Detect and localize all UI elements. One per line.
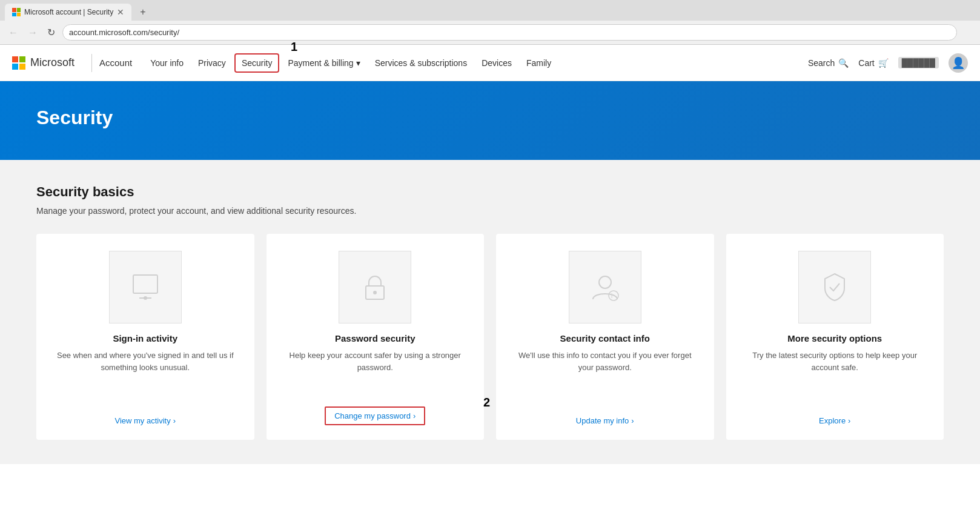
account-label: Account <box>99 58 132 68</box>
hero-banner: Security <box>0 81 980 160</box>
ms-logo-grid <box>12 56 25 70</box>
avatar-button[interactable]: 👤 <box>949 53 968 73</box>
view-activity-link[interactable]: View my activity › <box>114 416 176 425</box>
view-activity-arrow: › <box>173 416 176 425</box>
cart-icon: 🛒 <box>878 58 889 68</box>
svg-text:i: i <box>611 293 612 299</box>
svg-point-4 <box>373 291 377 294</box>
search-button[interactable]: Search 🔍 <box>808 58 849 68</box>
cart-label: Cart <box>858 58 874 68</box>
password-security-icon <box>357 269 393 305</box>
nav-item-family[interactable]: Family <box>520 55 557 71</box>
cart-button[interactable]: Cart 🛒 <box>858 58 888 68</box>
card-security-contact: i Security contact info We'll use this i… <box>496 234 714 440</box>
security-contact-icon: i <box>587 269 623 305</box>
card-description-password: Help keep your account safer by using a … <box>281 350 470 394</box>
card-image-more-security <box>798 251 871 323</box>
ms-logo-text: Microsoft <box>30 56 74 69</box>
section-description: Manage your password, protect your accou… <box>36 206 944 216</box>
browser-chrome: Microsoft account | Security ✕ + ← → ↻ <box>0 0 980 45</box>
refresh-button[interactable]: ↻ <box>45 24 58 41</box>
nav-right: Search 🔍 Cart 🛒 ██████ 👤 <box>808 53 968 73</box>
card-title-sign-in: Sign-in activity <box>113 333 177 343</box>
nav-item-payment[interactable]: Payment & billing ▾ <box>282 55 366 71</box>
nav-items: Your info Privacy Security Payment & bil… <box>144 53 808 73</box>
main-nav: 1 Microsoft Account Your info Privacy Se… <box>0 45 980 81</box>
nav-item-security[interactable]: Security <box>234 53 280 73</box>
svg-point-5 <box>599 276 611 288</box>
nav-item-services[interactable]: Services & subscriptions <box>369 55 474 71</box>
card-title-contact: Security contact info <box>560 333 650 343</box>
card-title-password: Password security <box>335 333 416 343</box>
card-description-contact: We'll use this info to contact you if yo… <box>511 350 700 404</box>
logo-red <box>12 56 18 62</box>
card-more-security: More security options Try the latest sec… <box>726 234 944 440</box>
tab-favicon <box>12 8 21 16</box>
card-image-sign-in <box>109 251 182 323</box>
card-title-more-security: More security options <box>787 333 882 343</box>
tab-bar: Microsoft account | Security ✕ + <box>0 0 980 21</box>
card-password-security: 2 Password security Help keep your accou… <box>267 234 485 440</box>
search-label: Search <box>808 58 835 68</box>
avatar-icon: 👤 <box>952 56 965 70</box>
update-info-arrow: › <box>631 416 634 425</box>
card-image-contact: i <box>569 251 641 323</box>
explore-link[interactable]: Explore › <box>819 416 850 425</box>
main-content: Security basics Manage your password, pr… <box>0 160 980 464</box>
explore-arrow: › <box>848 416 850 425</box>
card-sign-in-activity: Sign-in activity See when and where you'… <box>36 234 254 440</box>
search-icon: 🔍 <box>838 58 849 68</box>
payment-dropdown-icon: ▾ <box>356 58 360 68</box>
nav-item-devices[interactable]: Devices <box>475 55 518 71</box>
forward-button[interactable]: → <box>25 25 40 41</box>
cards-grid: Sign-in activity See when and where you'… <box>36 234 944 440</box>
new-tab-button[interactable]: + <box>135 4 150 20</box>
svg-rect-0 <box>133 275 157 293</box>
explore-label: Explore <box>819 416 846 425</box>
change-password-label: Change my password <box>334 411 411 420</box>
annotation-2: 2 <box>483 396 490 410</box>
nav-divider <box>91 54 92 72</box>
change-password-arrow: › <box>413 411 416 420</box>
logo-blue <box>12 64 18 70</box>
nav-item-your-info[interactable]: Your info <box>144 55 190 71</box>
card-description-sign-in: See when and where you've signed in and … <box>51 350 240 404</box>
update-info-link[interactable]: Update my info › <box>576 416 634 425</box>
logo-green <box>19 56 25 62</box>
active-tab[interactable]: Microsoft account | Security ✕ <box>5 4 131 21</box>
nav-item-privacy[interactable]: Privacy <box>192 55 232 71</box>
card-description-more-security: Try the latest security options to help … <box>741 350 930 404</box>
logo-yellow <box>19 64 25 70</box>
update-info-label: Update my info <box>576 416 629 425</box>
change-password-link[interactable]: Change my password › <box>325 406 425 425</box>
tab-title: Microsoft account | Security <box>24 8 113 16</box>
user-name-masked: ██████ <box>898 57 939 68</box>
tab-close-button[interactable]: ✕ <box>117 7 124 17</box>
back-button[interactable]: ← <box>6 25 21 41</box>
address-bar: ← → ↻ <box>0 21 980 44</box>
annotation-1: 1 <box>291 40 297 54</box>
more-security-icon <box>816 269 853 305</box>
card-image-password <box>339 251 411 323</box>
section-title: Security basics <box>36 184 944 200</box>
hero-title: Security <box>36 107 113 129</box>
view-activity-label: View my activity <box>114 416 170 425</box>
address-input[interactable] <box>62 24 957 41</box>
sign-in-activity-icon <box>127 269 164 305</box>
ms-logo[interactable]: Microsoft <box>12 56 74 70</box>
